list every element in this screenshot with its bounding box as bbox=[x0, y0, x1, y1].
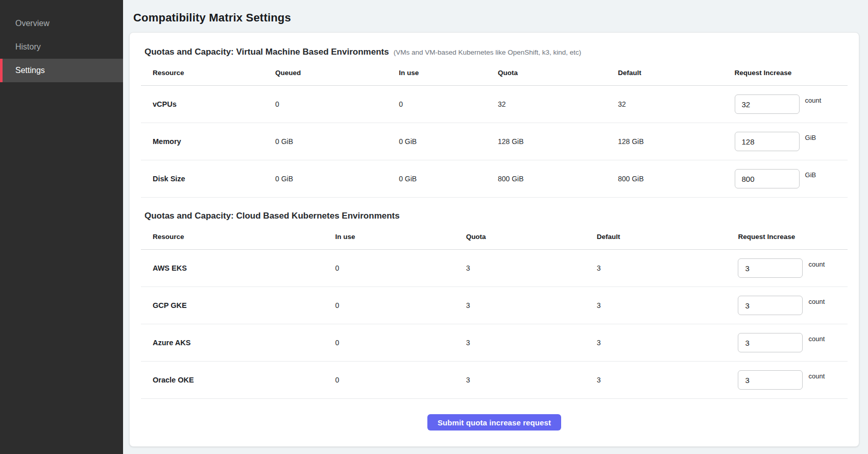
quota-value: 128 GiB bbox=[498, 137, 618, 146]
default-value: 3 bbox=[597, 264, 738, 272]
cloud-col-resource: Resource bbox=[141, 233, 335, 241]
cloud-col-quota: Quota bbox=[466, 233, 597, 241]
request-increase-input[interactable] bbox=[738, 370, 803, 390]
default-value: 32 bbox=[618, 100, 734, 108]
default-value: 3 bbox=[597, 301, 738, 309]
request-increase-input[interactable] bbox=[738, 333, 803, 352]
vm-table-header: Resource Queued In use Quota Default Req… bbox=[141, 60, 848, 86]
vm-section-heading: Quotas and Capacity: Virtual Machine Bas… bbox=[144, 47, 848, 57]
request-increase-cell: GiB bbox=[735, 132, 848, 151]
vm-table-body: vCPUs 0 0 32 32 count Memory bbox=[141, 86, 848, 198]
cloud-quota-table: Resource In use Quota Default Request In… bbox=[141, 224, 848, 399]
request-increase-input[interactable] bbox=[735, 94, 800, 114]
vm-col-default: Default bbox=[618, 69, 734, 77]
request-increase-cell: count bbox=[738, 333, 848, 352]
vm-col-resource: Resource bbox=[141, 69, 275, 77]
queued-value: 0 GiB bbox=[275, 137, 399, 146]
default-value: 3 bbox=[597, 376, 738, 384]
request-increase-input[interactable] bbox=[735, 132, 800, 151]
table-row: Disk Size 0 GiB 0 GiB 800 GiB 800 GiB Gi… bbox=[141, 160, 848, 198]
request-increase-cell: count bbox=[738, 370, 848, 390]
unit-label: count bbox=[808, 335, 825, 343]
cloud-col-in-use: In use bbox=[335, 233, 466, 241]
in-use-value: 0 bbox=[335, 301, 466, 309]
unit-label: GiB bbox=[805, 171, 816, 179]
quota-value: 3 bbox=[466, 339, 597, 347]
resource-name: Azure AKS bbox=[141, 339, 335, 347]
sidebar: Overview History Settings bbox=[0, 0, 123, 454]
resource-name: vCPUs bbox=[141, 100, 275, 108]
table-row: GCP GKE 0 3 3 count bbox=[141, 287, 848, 324]
unit-label: count bbox=[805, 97, 822, 104]
resource-name: GCP GKE bbox=[141, 301, 335, 309]
vm-col-quota: Quota bbox=[498, 69, 618, 77]
quota-value: 3 bbox=[466, 264, 597, 272]
page-title: Compatibility Matrix Settings bbox=[133, 11, 859, 25]
vm-col-request-increase: Request Increase bbox=[735, 69, 848, 77]
in-use-value: 0 bbox=[399, 100, 498, 108]
cloud-section-title: Quotas and Capacity: Cloud Based Kuberne… bbox=[144, 211, 400, 221]
sidebar-item-label: Overview bbox=[15, 19, 50, 28]
cloud-table-header: Resource In use Quota Default Request In… bbox=[141, 224, 848, 250]
quota-value: 3 bbox=[466, 301, 597, 309]
vm-quota-table: Resource Queued In use Quota Default Req… bbox=[141, 60, 848, 198]
request-increase-input[interactable] bbox=[735, 169, 800, 188]
default-value: 800 GiB bbox=[618, 175, 734, 183]
vm-col-queued: Queued bbox=[275, 69, 399, 77]
vm-section-title: Quotas and Capacity: Virtual Machine Bas… bbox=[144, 47, 389, 57]
vm-col-in-use: In use bbox=[399, 69, 498, 77]
in-use-value: 0 GiB bbox=[399, 137, 498, 146]
queued-value: 0 GiB bbox=[275, 175, 399, 183]
request-increase-input[interactable] bbox=[738, 296, 803, 315]
unit-label: count bbox=[808, 298, 825, 305]
submit-button-container: Submit quota increase request bbox=[141, 414, 848, 431]
sidebar-item[interactable]: Overview bbox=[0, 12, 123, 35]
in-use-value: 0 GiB bbox=[399, 175, 498, 183]
queued-value: 0 bbox=[275, 100, 399, 108]
submit-quota-increase-button[interactable]: Submit quota increase request bbox=[427, 414, 561, 431]
resource-name: AWS EKS bbox=[141, 264, 335, 272]
default-value: 128 GiB bbox=[618, 137, 734, 146]
cloud-col-request-increase: Request Increase bbox=[738, 233, 848, 241]
resource-name: Oracle OKE bbox=[141, 376, 335, 384]
unit-label: GiB bbox=[805, 134, 816, 141]
cloud-col-default: Default bbox=[597, 233, 738, 241]
request-increase-cell: count bbox=[735, 94, 848, 114]
vm-section-subtitle: (VMs and VM-based Kubernetes like OpenSh… bbox=[394, 49, 582, 56]
table-row: vCPUs 0 0 32 32 count bbox=[141, 86, 848, 123]
request-increase-cell: GiB bbox=[735, 169, 848, 188]
resource-name: Disk Size bbox=[141, 175, 275, 183]
request-increase-input[interactable] bbox=[738, 258, 803, 278]
quota-value: 3 bbox=[466, 376, 597, 384]
unit-label: count bbox=[808, 372, 825, 380]
table-row: Memory 0 GiB 0 GiB 128 GiB 128 GiB GiB bbox=[141, 123, 848, 160]
default-value: 3 bbox=[597, 339, 738, 347]
cloud-table-body: AWS EKS 0 3 3 count GCP GKE 0 bbox=[141, 250, 848, 399]
sidebar-item[interactable]: History bbox=[0, 35, 123, 59]
app-window: Overview History Settings Compatibility … bbox=[0, 0, 868, 454]
resource-name: Memory bbox=[141, 137, 275, 146]
quota-value: 800 GiB bbox=[498, 175, 618, 183]
table-row: Oracle OKE 0 3 3 count bbox=[141, 362, 848, 399]
sidebar-item-label: Settings bbox=[15, 66, 45, 75]
cloud-section-heading: Quotas and Capacity: Cloud Based Kuberne… bbox=[144, 211, 848, 221]
quota-value: 32 bbox=[498, 100, 618, 108]
sidebar-item-label: History bbox=[15, 42, 41, 52]
sidebar-item[interactable]: Settings bbox=[0, 59, 123, 82]
table-row: AWS EKS 0 3 3 count bbox=[141, 250, 848, 287]
in-use-value: 0 bbox=[335, 264, 466, 272]
settings-card: Quotas and Capacity: Virtual Machine Bas… bbox=[129, 32, 859, 447]
table-row: Azure AKS 0 3 3 count bbox=[141, 324, 848, 362]
in-use-value: 0 bbox=[335, 339, 466, 347]
main-content: Compatibility Matrix Settings Quotas and… bbox=[123, 0, 868, 454]
request-increase-cell: count bbox=[738, 258, 848, 278]
in-use-value: 0 bbox=[335, 376, 466, 384]
request-increase-cell: count bbox=[738, 296, 848, 315]
unit-label: count bbox=[808, 260, 825, 268]
